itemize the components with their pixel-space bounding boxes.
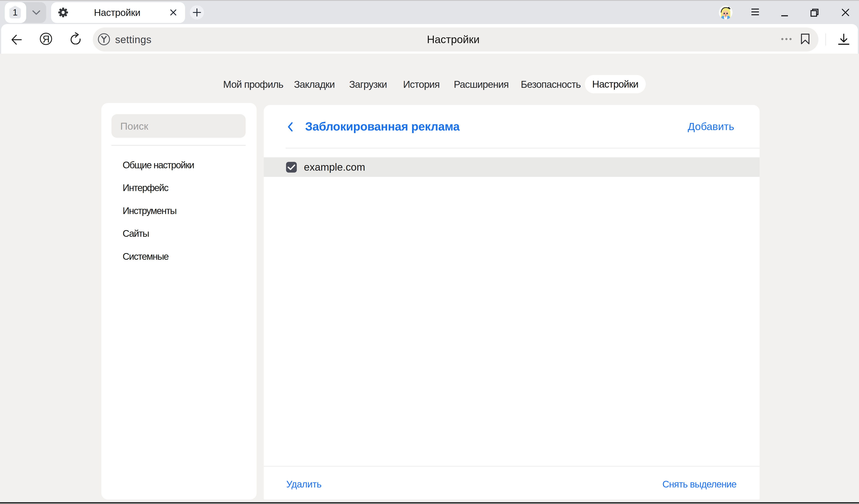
svg-text:1: 1 bbox=[13, 7, 18, 17]
svg-text:Я: Я bbox=[43, 33, 50, 45]
